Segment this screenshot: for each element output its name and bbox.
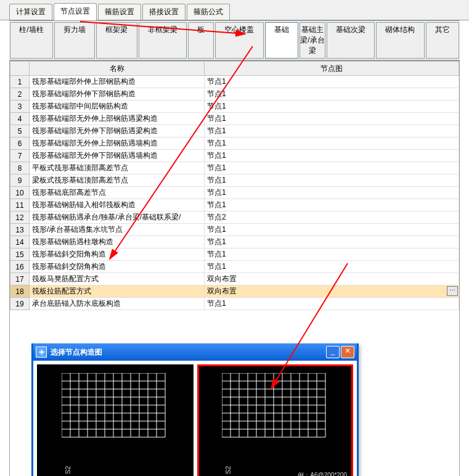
btn-foundation[interactable]: 基础: [265, 22, 298, 59]
btn-slab[interactable]: 板: [188, 22, 214, 59]
table-row[interactable]: 1筏形基础端部外伸上部钢筋构造节点1: [10, 76, 459, 88]
grid-graphic-1: [62, 373, 166, 447]
row-number: 2: [10, 88, 30, 101]
cell-fig[interactable]: 节点1: [205, 101, 459, 113]
option-plum-blossom[interactable]: S1 S2 例：A6@200*200 s1 s2 梅花布置: [197, 364, 354, 476]
header-fig[interactable]: 节点图: [205, 62, 459, 76]
cell-fig[interactable]: 节点1: [205, 187, 459, 199]
table-row[interactable]: 18筏板拉筋配置方式双向布置⋯: [10, 285, 459, 298]
header-name[interactable]: 名称: [30, 62, 205, 76]
table-row[interactable]: 9梁板式筏形基础顶部高差节点节点1: [10, 174, 459, 187]
tab-overlap-settings[interactable]: 搭接设置: [142, 4, 186, 20]
cell-name[interactable]: 筏形基础底部高差节点: [30, 187, 205, 199]
cell-fig[interactable]: 节点1: [205, 137, 459, 150]
row-number: 1: [10, 76, 30, 88]
cell-name[interactable]: 筏形基础端部无外伸下部钢筋遇墙构造: [30, 150, 205, 162]
btn-column-wall[interactable]: 柱/墙柱: [10, 22, 53, 59]
cell-fig[interactable]: 节点1: [205, 174, 459, 187]
top-tab-bar: 计算设置 节点设置 箍筋设置 搭接设置 箍筋公式: [0, 0, 469, 20]
node-table[interactable]: 名称 节点图 1筏形基础端部外伸上部钢筋构造节点12筏形基础端部外伸下部钢筋构造…: [10, 61, 459, 310]
row-number: 18: [10, 285, 30, 298]
dialog-icon: ✚: [36, 347, 47, 358]
cell-name[interactable]: 筏形/承台基础遇集水坑节点: [30, 224, 205, 236]
row-number: 6: [10, 137, 30, 150]
table-row[interactable]: 12筏形基础钢筋遇承台/独基/承台梁/基础联系梁/节点2: [10, 211, 459, 224]
table-row[interactable]: 4筏形基础端部无外伸上部钢筋遇梁构造节点1: [10, 113, 459, 125]
cell-fig[interactable]: 节点1: [205, 261, 459, 273]
table-row[interactable]: 7筏形基础端部无外伸下部钢筋遇墙构造节点1: [10, 150, 459, 162]
cell-fig[interactable]: 节点1: [205, 88, 459, 101]
cell-name[interactable]: 筏板拉筋配置方式: [30, 285, 205, 298]
cell-name[interactable]: 筏形基础端部中间层钢筋构造: [30, 101, 205, 113]
cell-fig[interactable]: 节点2: [205, 211, 459, 224]
table-row[interactable]: 15筏形基础斜交阳角构造节点1: [10, 248, 459, 261]
legend: 例：A6@200*200 s1 s2: [298, 471, 347, 476]
btn-frame-beam[interactable]: 框架梁: [96, 22, 137, 59]
table-row[interactable]: 5筏形基础端部无外伸下部钢筋遇梁构造节点1: [10, 125, 459, 137]
cell-fig[interactable]: 节点1: [205, 298, 459, 310]
cell-name[interactable]: 筏形基础端部外伸下部钢筋构造: [30, 88, 205, 101]
cell-fig[interactable]: 节点1: [205, 224, 459, 236]
cell-name[interactable]: 筏形基础端部外伸上部钢筋构造: [30, 76, 205, 88]
minimize-button[interactable]: _: [326, 346, 340, 358]
table-row[interactable]: 8平板式筏形基础顶部高差节点节点1: [10, 162, 459, 174]
cell-fig[interactable]: 节点1: [205, 125, 459, 137]
table-row[interactable]: 11筏形基础钢筋锚入相邻筏板构造节点1: [10, 199, 459, 211]
table-row[interactable]: 6筏形基础端部无外伸上部钢筋遇墙构造节点1: [10, 137, 459, 150]
row-number: 17: [10, 273, 30, 285]
tab-stirrup-formula[interactable]: 箍筋公式: [187, 4, 230, 20]
btn-other[interactable]: 其它: [426, 22, 459, 59]
table-row[interactable]: 3筏形基础端部中间层钢筋构造节点1: [10, 101, 459, 113]
tab-calc-settings[interactable]: 计算设置: [9, 4, 52, 20]
btn-foundation-secondary-beam[interactable]: 基础次梁: [327, 22, 375, 59]
category-toolbar: 柱/墙柱 剪力墙 框架梁 非框架梁 板 空心楼盖 基础 基础主梁/承台梁 基础次…: [9, 20, 460, 60]
axis-s2: S2: [64, 466, 71, 474]
btn-foundation-main-beam[interactable]: 基础主梁/承台梁: [300, 22, 325, 59]
btn-nonframe-beam[interactable]: 非框架梁: [139, 22, 187, 59]
cell-fig[interactable]: 节点1: [205, 150, 459, 162]
cell-name[interactable]: 承台底筋锚入防水底板构造: [30, 298, 205, 310]
table-row[interactable]: 13筏形/承台基础遇集水坑节点节点1: [10, 224, 459, 236]
cell-name[interactable]: 梁板式筏形基础顶部高差节点: [30, 174, 205, 187]
cell-name[interactable]: 筏形基础斜交阳角构造: [30, 248, 205, 261]
cell-fig[interactable]: 节点1: [205, 162, 459, 174]
tab-node-settings[interactable]: 节点设置: [54, 3, 97, 20]
cell-name[interactable]: 筏形基础钢筋遇承台/独基/承台梁/基础联系梁/: [30, 211, 205, 224]
ellipsis-button[interactable]: ⋯: [447, 286, 458, 296]
cell-name[interactable]: 筏形基础端部无外伸上部钢筋遇墙构造: [30, 137, 205, 150]
cell-fig[interactable]: 节点1: [205, 248, 459, 261]
cell-name[interactable]: 筏形基础钢筋遇柱墩构造: [30, 236, 205, 248]
cell-name[interactable]: 平板式筏形基础顶部高差节点: [30, 162, 205, 174]
row-number: 7: [10, 150, 30, 162]
cell-fig[interactable]: 双向布置: [205, 273, 459, 285]
table-row[interactable]: 14筏形基础钢筋遇柱墩构造节点1: [10, 236, 459, 248]
cell-name[interactable]: 筏形基础钢筋锚入相邻筏板构造: [30, 199, 205, 211]
btn-masonry[interactable]: 砌体结构: [376, 22, 424, 59]
row-number: 10: [10, 187, 30, 199]
select-node-dialog[interactable]: ✚ 选择节点构造图 _ ✕ S1 S2 双向布置 S1 S2: [31, 343, 359, 476]
option-bidirectional[interactable]: S1 S2 双向布置: [37, 364, 194, 476]
close-button[interactable]: ✕: [341, 346, 354, 358]
table-row[interactable]: 10筏形基础底部高差节点节点1: [10, 187, 459, 199]
cell-fig[interactable]: 节点1: [205, 113, 459, 125]
cell-fig[interactable]: 双向布置⋯: [205, 285, 459, 298]
cell-fig[interactable]: 节点1: [205, 199, 459, 211]
table-row[interactable]: 16筏形基础斜交阴角构造节点1: [10, 261, 459, 273]
btn-hollow-floor[interactable]: 空心楼盖: [215, 22, 263, 59]
tab-stirrup-settings[interactable]: 箍筋设置: [98, 4, 141, 20]
cell-fig[interactable]: 节点1: [205, 76, 459, 88]
row-number: 4: [10, 113, 30, 125]
table-row[interactable]: 19承台底筋锚入防水底板构造节点1: [10, 298, 459, 310]
cell-name[interactable]: 筏形基础端部无外伸下部钢筋遇梁构造: [30, 125, 205, 137]
btn-shear-wall[interactable]: 剪力墙: [54, 22, 95, 59]
row-number: 12: [10, 211, 30, 224]
cell-fig[interactable]: 节点1: [205, 236, 459, 248]
dialog-titlebar[interactable]: ✚ 选择节点构造图 _ ✕: [33, 343, 357, 361]
table-row[interactable]: 2筏形基础端部外伸下部钢筋构造节点1: [10, 88, 459, 101]
cell-name[interactable]: 筏形基础端部无外伸上部钢筋遇梁构造: [30, 113, 205, 125]
row-number: 8: [10, 162, 30, 174]
cell-name[interactable]: 筏板马凳筋配置方式: [30, 273, 205, 285]
row-number: 14: [10, 236, 30, 248]
table-row[interactable]: 17筏板马凳筋配置方式双向布置: [10, 273, 459, 285]
cell-name[interactable]: 筏形基础斜交阴角构造: [30, 261, 205, 273]
